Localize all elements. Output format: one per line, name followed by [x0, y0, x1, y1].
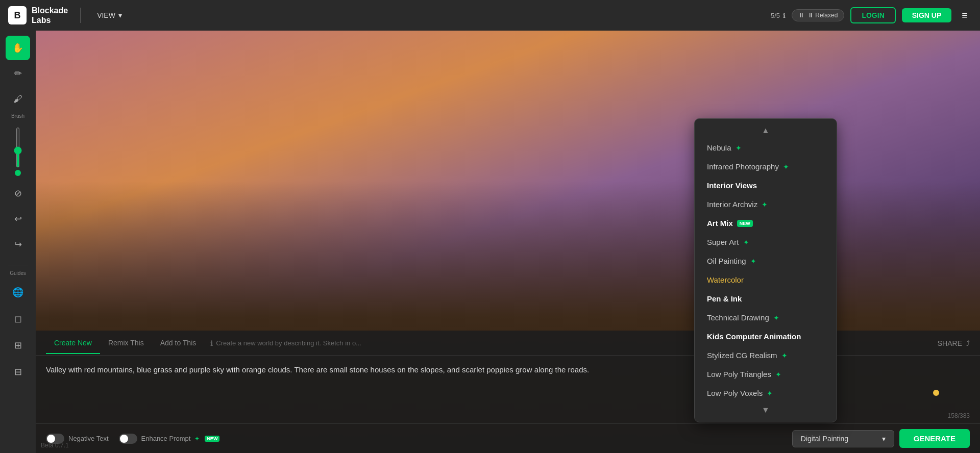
brush-tool[interactable]: 🖌 [6, 87, 30, 111]
low-poly-triangles-label: Low Poly Triangles [707, 370, 771, 379]
archviz-spark-icon: ✦ [762, 200, 768, 209]
pause-icon: ⏸ [798, 12, 804, 19]
kids-animation-label: Kids Computer Animation [707, 332, 801, 341]
style-dropdown-button[interactable]: Digital Painting ▾ [792, 430, 894, 447]
stylized-cg-spark-icon: ✦ [781, 351, 788, 360]
style-item-stylized-cg[interactable]: Stylized CG Realism ✦ [695, 346, 837, 365]
pen-ink-label: Pen & Ink [707, 294, 742, 303]
style-item-oil-painting[interactable]: Oil Painting ✦ [695, 251, 837, 270]
negative-text-label: Negative Text [68, 435, 109, 442]
dropdown-scroll-down[interactable]: ▼ [695, 402, 837, 418]
sidebar-tools-section: ✋ ✏ 🖌 Brush ⊘ ↩ ↪ [6, 36, 30, 257]
style-item-watercolor[interactable]: Watercolor [695, 270, 837, 289]
style-item-super-art[interactable]: Super Art ✦ [695, 233, 837, 251]
logo-icon: B [8, 6, 27, 24]
box-guide[interactable]: ◻ [6, 307, 30, 331]
low-poly-triangles-spark-icon: ✦ [775, 370, 781, 379]
brush-size-slider[interactable] [16, 127, 19, 168]
pen-tool[interactable]: ✏ [6, 61, 30, 86]
enhance-prompt-label: Enhance Prompt [141, 435, 191, 442]
eraser-tool[interactable]: ⊘ [6, 181, 30, 206]
info-icon: ℹ [783, 12, 786, 19]
nebula-spark-icon: ✦ [736, 144, 742, 152]
bottom-tabs: Create New Remix This Add to This ℹ Crea… [36, 331, 980, 356]
style-item-technical-drawing[interactable]: Technical Drawing ✦ [695, 308, 837, 327]
style-selector: Digital Painting ▾ GENERATE [792, 429, 970, 448]
bottom-panel: Create New Remix This Add to This ℹ Crea… [36, 331, 980, 453]
nav-divider [80, 8, 81, 23]
brush-slider-container [15, 123, 21, 180]
chevron-down-icon: ▾ [118, 11, 122, 19]
logo-area: B Blockade Labs [8, 6, 68, 25]
low-poly-voxels-label: Low Poly Voxels [707, 389, 763, 397]
technical-drawing-label: Technical Drawing [707, 313, 769, 322]
low-poly-voxels-spark-icon: ✦ [767, 389, 773, 397]
art-mix-new-badge: NEW [737, 220, 753, 227]
style-dropdown-menu: ▲ Nebula ✦ Infrared Photography ✦ Interi… [694, 118, 837, 422]
share-icon: ⤴ [966, 339, 970, 347]
style-item-interior-archviz[interactable]: Interior Archviz ✦ [695, 195, 837, 214]
navbar: B Blockade Labs VIEW ▾ 5/5 ℹ ⏸ ⏸ Relaxed… [0, 0, 980, 31]
style-item-interior-views[interactable]: Interior Views [695, 176, 837, 195]
style-item-art-mix[interactable]: Art Mix NEW [695, 214, 837, 233]
interior-archviz-label: Interior Archviz [707, 200, 757, 209]
grid-guide[interactable]: ⊞ [6, 333, 30, 358]
style-item-low-poly-voxels[interactable]: Low Poly Voxels ✦ [695, 384, 837, 402]
style-item-low-poly-triangles[interactable]: Low Poly Triangles ✦ [695, 365, 837, 384]
tab-remix-this[interactable]: Remix This [100, 333, 152, 354]
tab-add-to-this[interactable]: Add to This [152, 333, 205, 354]
super-art-label: Super Art [707, 238, 739, 246]
list-guide[interactable]: ⊟ [6, 360, 30, 384]
dropdown-scroll-up[interactable]: ▲ [695, 123, 837, 138]
sparkle-icon: ✦ [194, 435, 200, 442]
left-sidebar: ✋ ✏ 🖌 Brush ⊘ ↩ ↪ Guides 🌐 ◻ ⊞ ⊟ [0, 31, 36, 453]
new-badge: NEW [205, 436, 219, 442]
beta-label: Beta 0.7.1 [41, 442, 69, 449]
hint-icon: ℹ [210, 339, 213, 347]
prompt-area[interactable]: Valley with red mountains, blue grass an… [36, 356, 980, 423]
share-label: SHARE [938, 339, 962, 347]
style-item-infrared[interactable]: Infrared Photography ✦ [695, 157, 837, 176]
redo-tool[interactable]: ↪ [6, 232, 30, 257]
infrared-spark-icon: ✦ [783, 163, 789, 171]
style-item-kids-animation[interactable]: Kids Computer Animation [695, 327, 837, 346]
login-button[interactable]: LOGIN [850, 7, 895, 23]
globe-guide[interactable]: 🌐 [6, 280, 30, 305]
hand-tool[interactable]: ✋ [6, 36, 30, 60]
guides-label: Guides [10, 270, 26, 276]
sidebar-divider [8, 265, 28, 265]
oil-painting-spark-icon: ✦ [750, 257, 756, 265]
share-button[interactable]: SHARE ⤴ [938, 339, 970, 347]
usage-badge: 5/5 ℹ [771, 12, 786, 19]
signup-button[interactable]: SIGN UP [902, 8, 952, 22]
brush-dot [15, 170, 21, 176]
relaxed-badge: ⏸ ⏸ Relaxed [792, 9, 844, 21]
super-art-spark-icon: ✦ [743, 238, 749, 246]
enhance-prompt-toggle-group: Enhance Prompt ✦ NEW [119, 434, 220, 444]
bottom-controls: Negative Text Enhance Prompt ✦ NEW Digit… [36, 423, 980, 453]
undo-tool[interactable]: ↩ [6, 207, 30, 231]
enhance-prompt-toggle[interactable] [119, 434, 137, 444]
infrared-label: Infrared Photography [707, 162, 779, 171]
style-item-pen-ink[interactable]: Pen & Ink [695, 289, 837, 308]
tab-create-new[interactable]: Create New [46, 333, 100, 354]
nebula-label: Nebula [707, 143, 731, 152]
oil-painting-label: Oil Painting [707, 257, 746, 265]
view-button[interactable]: VIEW ▾ [93, 8, 126, 22]
dropdown-arrow-icon: ▾ [882, 435, 886, 443]
brush-label: Brush [11, 113, 24, 119]
menu-button[interactable]: ≡ [958, 8, 972, 23]
enhance-toggle-knob [120, 435, 128, 443]
stylized-cg-label: Stylized CG Realism [707, 351, 777, 360]
style-dropdown-label: Digital Painting [801, 435, 848, 443]
brand-name: Blockade Labs [32, 6, 68, 25]
interior-views-label: Interior Views [707, 181, 757, 190]
status-dot [933, 390, 939, 396]
art-mix-label: Art Mix [707, 219, 733, 228]
generate-button[interactable]: GENERATE [899, 429, 970, 448]
watercolor-label: Watercolor [707, 275, 744, 284]
brush-section: 🖌 Brush [6, 87, 30, 119]
tech-drawing-spark-icon: ✦ [773, 314, 779, 322]
navbar-right: 5/5 ℹ ⏸ ⏸ Relaxed LOGIN SIGN UP ≡ [771, 7, 972, 23]
style-item-nebula[interactable]: Nebula ✦ [695, 138, 837, 157]
